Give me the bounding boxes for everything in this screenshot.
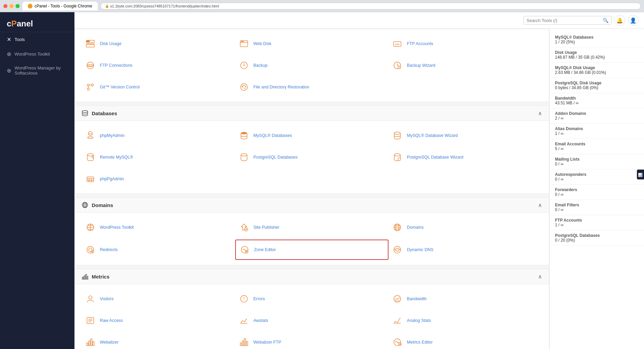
tool-redirects[interactable]: Redirects [82, 240, 235, 260]
search-icon[interactable]: 🔍 [603, 18, 608, 23]
tool-phpmyadmin[interactable]: php phpMyAdmin [82, 126, 235, 145]
tool-errors[interactable]: Errors [235, 289, 389, 308]
tool-postgresql-database-wizard-label: PostgreSQL Database Wizard [407, 155, 463, 160]
tool-backup-wizard[interactable]: W Backup Wizard [388, 56, 542, 75]
tool-mysql-databases[interactable]: MySQL® Databases [235, 126, 389, 145]
tool-git-label: Git™ Version Control [100, 85, 139, 89]
stat-label-mysql-disk-usage: MySQL® Disk Usage [555, 65, 639, 70]
stat-item-mysql-databases: MySQL® Databases 1 / 20 (5%) [550, 32, 644, 47]
tool-bandwidth[interactable]: Bandwidth [388, 289, 542, 308]
section-databases: Databases ∧ php [74, 105, 549, 194]
svg-rect-59 [84, 276, 85, 279]
sidebar-item-wordpress-toolkit-label: WordPress Toolkit [15, 52, 50, 57]
tool-disk-usage[interactable]: Disk Usage [82, 34, 235, 53]
stat-value-autoresponders: 0 / ∞ [555, 177, 639, 182]
remote-mysql-icon [84, 151, 96, 163]
metrics-label: Metrics [92, 274, 110, 280]
tool-dynamic-dns[interactable]: Dynamic DNS [388, 240, 542, 260]
databases-section-body: php phpMyAdmin [75, 121, 549, 193]
tool-webalizer-label: Webalizer [100, 340, 118, 345]
tool-analog-stats[interactable]: Analog Stats [388, 311, 542, 330]
stat-label-disk-usage: Disk Usage [555, 50, 639, 55]
wordpress-toolkit-icon: ⊕ [7, 51, 11, 57]
tool-git[interactable]: Git™ Version Control [82, 78, 235, 97]
search-input[interactable] [527, 18, 603, 23]
svg-rect-58 [82, 277, 83, 279]
tool-file-restore-label: File and Directory Restoration [253, 85, 309, 89]
browser-tab[interactable]: cPanel - Tools - Google Chrome [22, 2, 98, 11]
stat-item-bandwidth: Bandwidth 43.51 MB / ∞ [550, 93, 644, 108]
phpmyadmin-icon: php [84, 129, 96, 142]
metrics-editor-icon [391, 336, 403, 348]
tools-icon: ✕ [7, 36, 11, 43]
svg-point-6 [241, 41, 242, 42]
svg-point-44 [245, 229, 247, 230]
tool-metrics-editor[interactable]: Metrics Editor [388, 333, 542, 349]
search-box[interactable]: 🔍 [524, 16, 612, 25]
tool-backup[interactable]: Backup [235, 56, 389, 75]
stat-value-addon-domains: 2 / ∞ [555, 116, 639, 121]
close-window-button[interactable] [3, 4, 7, 8]
tool-file-restore[interactable]: File and Directory Restoration [235, 78, 389, 97]
tool-visitors[interactable]: Visitors [82, 289, 235, 308]
svg-rect-75 [89, 341, 90, 346]
stats-container: MySQL® Databases 1 / 20 (5%) Disk Usage … [550, 32, 644, 246]
section-metrics: Metrics ∧ [74, 269, 549, 349]
tool-phppgadmin[interactable]: phpPgAdmin [82, 169, 235, 188]
tool-zone-editor-label: Zone Editor [254, 247, 276, 252]
tool-webalizer-ftp[interactable]: FTP Webalizer FTP [235, 333, 389, 349]
stat-label-forwarders: Forwarders [555, 187, 639, 192]
tool-postgresql-database-wizard[interactable]: PostgreSQL Database Wizard [388, 148, 542, 167]
tool-phppgadmin-label: phpPgAdmin [100, 177, 124, 181]
notifications-button[interactable]: 🔔 [614, 15, 625, 26]
bandwidth-icon [391, 293, 403, 305]
app: cPanel ✕ Tools ⊕ WordPress Toolkit ⊕ Wor… [0, 12, 644, 349]
url-text: s1.1byte.com:2083/cpsess7485107171/front… [110, 4, 219, 8]
stat-label-alias-domains: Alias Domains [555, 126, 639, 131]
tool-wordpress-toolkit-d[interactable]: WordPress Toolkit [82, 218, 235, 237]
tool-ftp-connections[interactable]: FTP FTP Connections [82, 56, 235, 75]
minimize-window-button[interactable] [9, 4, 14, 8]
svg-rect-76 [91, 339, 92, 346]
stat-value-ftp-accounts: 1 / ∞ [555, 223, 639, 227]
tool-zone-editor[interactable]: Zone Editor [235, 240, 389, 260]
tool-web-disk[interactable]: Web Disk [235, 34, 389, 53]
svg-point-18 [87, 88, 89, 90]
svg-rect-3 [86, 44, 94, 47]
browser-bar: cPanel - Tools - Google Chrome 🔒 s1.1byt… [0, 0, 644, 12]
metrics-header[interactable]: Metrics ∧ [75, 269, 549, 284]
tool-awstats[interactable]: Awstats [235, 311, 389, 330]
tool-ftp-accounts[interactable]: FTP FTP Accounts [388, 34, 542, 53]
svg-rect-77 [93, 342, 94, 346]
stat-value-alias-domains: 1 / ∞ [555, 131, 639, 136]
cpanel-logo: cPanel [7, 19, 68, 28]
phppgadmin-icon [84, 173, 96, 185]
tool-domains[interactable]: Domains [388, 218, 542, 237]
tool-wordpress-toolkit-d-label: WordPress Toolkit [100, 225, 134, 230]
tool-postgresql-databases[interactable]: PostgreSQL Databases [235, 148, 389, 167]
section-domains: Domains ∧ [74, 197, 549, 265]
web-disk-icon [238, 38, 250, 50]
svg-point-26 [87, 154, 93, 156]
stat-value-mysql-databases: 1 / 20 (5%) [555, 40, 639, 44]
stats-widget-button[interactable]: 📊 [637, 170, 644, 180]
tool-site-publisher[interactable]: Site Publisher [235, 218, 389, 237]
user-menu-button[interactable]: 👤 [628, 15, 639, 26]
tool-remote-mysql[interactable]: Remote MySQL® [82, 148, 235, 167]
svg-point-23 [88, 137, 93, 139]
url-bar[interactable]: 🔒 s1.1byte.com:2083/cpsess7485107171/fro… [101, 3, 641, 9]
tool-mysql-database-wizard[interactable]: MySQL® Database Wizard [388, 126, 542, 145]
tool-webalizer[interactable]: Webalizer [82, 333, 235, 349]
databases-header[interactable]: Databases ∧ [75, 106, 549, 121]
sidebar-item-wordpress-toolkit[interactable]: ⊕ WordPress Toolkit [0, 47, 74, 61]
tool-ftp-accounts-label: FTP Accounts [407, 41, 433, 46]
stat-item-forwarders: Forwarders 0 / ∞ [550, 185, 644, 200]
maximize-window-button[interactable] [16, 4, 20, 8]
stat-item-mailing-lists: Mailing Lists 0 / ∞ [550, 154, 644, 169]
sidebar-item-wordpress-manager[interactable]: ⊕ WordPress Manager by Softaculous [0, 61, 74, 80]
sidebar-item-tools[interactable]: ✕ Tools [0, 32, 74, 47]
domains-header[interactable]: Domains ∧ [75, 198, 549, 213]
tool-raw-access[interactable]: Raw Access [82, 311, 235, 330]
mysql-databases-icon [238, 129, 250, 142]
stat-label-autoresponders: Autoresponders [555, 172, 639, 177]
